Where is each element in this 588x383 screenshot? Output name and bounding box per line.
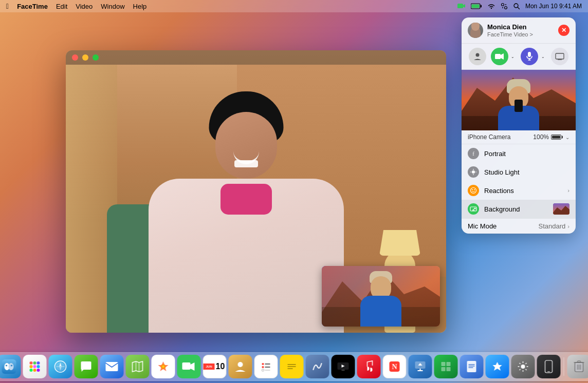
app-name[interactable]: FaceTime — [17, 3, 48, 10]
dock-item-notes[interactable] — [280, 355, 304, 378]
portrait-menu-item[interactable]: f Portrait — [462, 144, 576, 163]
svg-point-43 — [6, 365, 7, 367]
dock-item-iphone[interactable] — [537, 355, 561, 378]
menu-video[interactable]: Video — [76, 3, 93, 10]
svg-rect-21 — [556, 53, 564, 59]
svg-point-32 — [471, 188, 476, 194]
facetime-status-icon[interactable] — [457, 2, 466, 10]
screen-share-icon — [551, 48, 568, 65]
svg-point-5 — [491, 8, 492, 9]
svg-point-53 — [37, 369, 40, 372]
dock-item-pages[interactable] — [460, 355, 484, 378]
screen-share-button[interactable] — [551, 48, 568, 65]
svg-point-9 — [505, 4, 506, 5]
contact-subtitle[interactable]: FaceTime Video > — [487, 31, 533, 37]
svg-line-11 — [518, 8, 519, 9]
reactions-menu-item[interactable]: Reactions › — [462, 181, 576, 200]
dock-item-mail[interactable] — [100, 355, 124, 378]
panel-close-button[interactable]: ✕ — [558, 25, 569, 36]
svg-rect-86 — [442, 362, 446, 366]
self-view-pip[interactable] — [322, 266, 440, 327]
apple-menu-icon[interactable]:  — [6, 2, 9, 10]
menu-edit[interactable]: Edit — [56, 3, 67, 10]
mic-on-icon — [521, 48, 538, 65]
menu-help[interactable]: Help — [133, 3, 147, 10]
dock-item-trash[interactable] — [567, 355, 589, 378]
dock-item-photos[interactable] — [152, 355, 175, 378]
svg-line-100 — [526, 369, 527, 370]
close-button[interactable] — [72, 54, 78, 61]
studio-light-menu-item[interactable]: Studio Light — [462, 163, 576, 181]
svg-rect-59 — [106, 362, 118, 371]
dock-item-reminders[interactable] — [254, 355, 278, 378]
datetime: Mon Jun 10 9:41 AM — [525, 3, 582, 10]
control-center-icon[interactable] — [501, 3, 508, 10]
battery-icon — [551, 135, 561, 140]
camera-info-row: iPhone Camera 100% ⌄ — [462, 130, 576, 144]
svg-text:N: N — [392, 363, 397, 371]
mic-mode-label: Mic Mode — [468, 222, 497, 230]
effects-button[interactable] — [469, 48, 486, 65]
studio-light-icon — [468, 166, 479, 178]
video-dropdown-arrow[interactable]: ⌄ — [509, 48, 517, 65]
battery-info: 100% ⌄ — [533, 133, 569, 141]
mic-mode-chevron: › — [567, 223, 569, 229]
dock-item-syspreferences[interactable] — [511, 355, 535, 378]
dock-item-keynote[interactable] — [409, 355, 432, 378]
dock-item-calendar[interactable]: JUN 10 — [203, 355, 227, 378]
svg-point-37 — [474, 208, 476, 209]
svg-rect-3 — [471, 5, 479, 8]
dock-item-launchpad[interactable] — [23, 355, 47, 378]
svg-point-68 — [238, 362, 243, 367]
background-menu-item[interactable]: Background — [462, 200, 576, 218]
control-panel: Monica Dien FaceTime Video > ✕ ⌄ ⌄ — [462, 17, 576, 234]
svg-marker-1 — [463, 4, 465, 8]
camera-label: iPhone Camera — [468, 133, 510, 141]
svg-point-7 — [504, 7, 507, 9]
dock-item-safari[interactable] — [49, 355, 72, 378]
expand-chevron[interactable]: ⌄ — [565, 135, 569, 140]
svg-point-6 — [501, 4, 504, 6]
minimize-button[interactable] — [82, 54, 88, 61]
dock-item-numbers[interactable] — [434, 355, 458, 378]
contact-info: Monica Dien FaceTime Video > — [468, 23, 533, 38]
contact-name: Monica Dien — [487, 23, 533, 31]
facetime-titlebar — [66, 50, 446, 65]
mic-mode-row[interactable]: Mic Mode Standard › — [462, 218, 576, 234]
contact-avatar — [468, 23, 483, 38]
dock-item-freeform[interactable] — [306, 355, 329, 378]
background-label: Background — [484, 205, 548, 213]
mic-dropdown-arrow[interactable]: ⌄ — [539, 48, 546, 65]
search-icon[interactable] — [513, 3, 520, 10]
facetime-window — [66, 50, 446, 333]
svg-point-44 — [11, 365, 12, 367]
wifi-icon — [487, 3, 495, 9]
svg-point-8 — [502, 7, 503, 8]
svg-point-33 — [472, 189, 473, 190]
svg-marker-67 — [191, 362, 195, 371]
dock-item-finder[interactable] — [0, 355, 21, 378]
main-person-figure — [149, 179, 344, 333]
dock-item-music[interactable] — [357, 355, 381, 378]
mic-mode-value: Standard › — [539, 222, 569, 230]
background-thumbnail — [553, 203, 569, 215]
dock-separator — [564, 357, 564, 376]
maximize-button[interactable] — [93, 54, 99, 61]
dock-item-maps[interactable] — [126, 355, 150, 378]
dock-item-news[interactable]: N — [383, 355, 407, 378]
svg-rect-4 — [481, 5, 482, 8]
dock-item-messages[interactable] — [75, 355, 98, 378]
dock-item-facetime[interactable] — [177, 355, 201, 378]
dock-item-contacts[interactable] — [229, 355, 252, 378]
dock-item-appstore[interactable] — [486, 355, 509, 378]
svg-point-73 — [262, 369, 264, 371]
video-button-group[interactable]: ⌄ — [491, 48, 517, 65]
menu-window[interactable]: Window — [101, 3, 124, 10]
mic-button-group[interactable]: ⌄ — [521, 48, 546, 65]
dock-item-appletv[interactable] — [332, 355, 355, 378]
svg-point-51 — [30, 369, 33, 372]
svg-line-102 — [520, 369, 521, 370]
svg-point-71 — [262, 366, 264, 368]
svg-point-47 — [37, 361, 40, 365]
portrait-label: Portrait — [484, 150, 569, 158]
